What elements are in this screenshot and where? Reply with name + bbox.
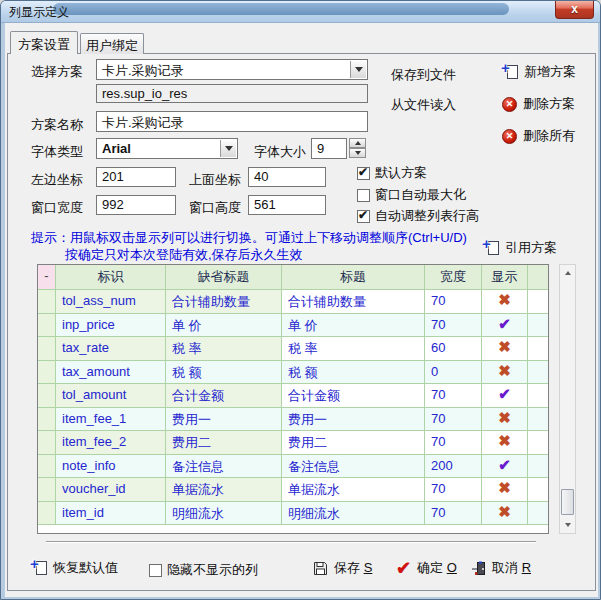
cell-identifier[interactable]: tax_rate bbox=[56, 337, 166, 361]
cell-width[interactable]: 70 bbox=[425, 478, 482, 502]
header-identifier[interactable]: 标识 bbox=[56, 265, 166, 290]
cell-visible-toggle[interactable]: ✖ bbox=[482, 290, 528, 314]
restore-defaults-button[interactable]: + 恢复默认值 bbox=[31, 559, 118, 577]
cell-identifier[interactable]: tol_ass_num bbox=[56, 290, 166, 314]
cell-title[interactable]: 费用一 bbox=[282, 408, 425, 432]
cell-default-title[interactable]: 备注信息 bbox=[166, 455, 282, 479]
cell-identifier[interactable]: inp_price bbox=[56, 314, 166, 338]
window-width-input[interactable]: 992 bbox=[96, 195, 176, 215]
spinner-up-icon[interactable] bbox=[349, 138, 366, 148]
delete-all-button[interactable]: ✕ 删除所有 bbox=[502, 127, 575, 145]
cell-visible-toggle[interactable]: ✖ bbox=[482, 431, 528, 455]
cell-default-title[interactable]: 合计金额 bbox=[166, 384, 282, 408]
cell-visible-toggle[interactable]: ✖ bbox=[482, 408, 528, 432]
save-to-file-button[interactable]: 保存到文件 bbox=[391, 66, 456, 84]
cell-width[interactable]: 0 bbox=[425, 361, 482, 385]
ok-button[interactable]: ✔ 确定 O bbox=[396, 559, 457, 577]
reference-scheme-button[interactable]: + 引用方案 bbox=[483, 239, 557, 257]
cell-width[interactable]: 70 bbox=[425, 314, 482, 338]
cell-default-title[interactable]: 合计辅助数量 bbox=[166, 290, 282, 314]
table-row[interactable]: tax_amount 税 额 税 额 0 ✖ bbox=[38, 361, 548, 385]
scroll-thumb[interactable] bbox=[561, 489, 574, 515]
chevron-down-icon[interactable] bbox=[220, 140, 236, 157]
scroll-up-icon[interactable] bbox=[560, 265, 575, 281]
cell-identifier[interactable]: voucher_id bbox=[56, 478, 166, 502]
auto-maximize-checkbox[interactable]: 窗口自动最大化 bbox=[357, 186, 466, 204]
table-row[interactable]: item_fee_2 费用二 费用二 70 ✖ bbox=[38, 431, 548, 455]
cell-identifier[interactable]: tol_amount bbox=[56, 384, 166, 408]
cell-title[interactable]: 费用二 bbox=[282, 431, 425, 455]
window-height-input[interactable]: 561 bbox=[248, 195, 326, 215]
close-button[interactable]: x bbox=[555, 1, 594, 19]
cell-title[interactable]: 单 价 bbox=[282, 314, 425, 338]
cell-width[interactable]: 70 bbox=[425, 384, 482, 408]
checkbox-box[interactable] bbox=[149, 564, 162, 577]
table-row[interactable]: item_id 明细流水 明细流水 70 ✖ bbox=[38, 502, 548, 526]
default-scheme-checkbox[interactable]: 默认方案 bbox=[357, 164, 427, 182]
cell-visible-toggle[interactable]: ✖ bbox=[482, 361, 528, 385]
cell-visible-toggle[interactable]: ✖ bbox=[482, 502, 528, 526]
spinner-down-icon[interactable] bbox=[349, 148, 366, 158]
cell-identifier[interactable]: item_fee_1 bbox=[56, 408, 166, 432]
cell-width[interactable]: 70 bbox=[425, 431, 482, 455]
hide-hidden-columns-checkbox[interactable]: 隐藏不显示的列 bbox=[149, 561, 258, 579]
table-row[interactable]: voucher_id 单据流水 单据流水 70 ✖ bbox=[38, 478, 548, 502]
checkbox-box[interactable] bbox=[357, 210, 370, 223]
font-size-input[interactable]: 9 bbox=[311, 138, 347, 159]
cell-identifier[interactable]: note_info bbox=[56, 455, 166, 479]
cell-default-title[interactable]: 税 额 bbox=[166, 361, 282, 385]
cell-default-title[interactable]: 单 价 bbox=[166, 314, 282, 338]
cell-title[interactable]: 税 额 bbox=[282, 361, 425, 385]
cell-width[interactable]: 70 bbox=[425, 408, 482, 432]
read-from-file-button[interactable]: 从文件读入 bbox=[391, 96, 456, 114]
font-size-stepper[interactable] bbox=[349, 138, 366, 159]
save-button[interactable]: 保存 S bbox=[313, 559, 372, 577]
cell-default-title[interactable]: 税 率 bbox=[166, 337, 282, 361]
cell-identifier[interactable]: item_fee_2 bbox=[56, 431, 166, 455]
cell-title[interactable]: 单据流水 bbox=[282, 478, 425, 502]
header-width[interactable]: 宽度 bbox=[425, 265, 482, 290]
cell-width[interactable]: 60 bbox=[425, 337, 482, 361]
checkbox-box[interactable] bbox=[357, 189, 370, 202]
table-row[interactable]: tax_rate 税 率 税 率 60 ✖ bbox=[38, 337, 548, 361]
table-row[interactable]: item_fee_1 费用一 费用一 70 ✖ bbox=[38, 408, 548, 432]
header-default-title[interactable]: 缺省标题 bbox=[166, 265, 282, 290]
header-title[interactable]: 标题 bbox=[282, 265, 425, 290]
cell-default-title[interactable]: 费用二 bbox=[166, 431, 282, 455]
tab-scheme-settings[interactable]: 方案设置 bbox=[10, 31, 78, 54]
cell-title[interactable]: 税 率 bbox=[282, 337, 425, 361]
table-row[interactable]: note_info 备注信息 备注信息 200 ✔ bbox=[38, 455, 548, 479]
cell-visible-toggle[interactable]: ✔ bbox=[482, 455, 528, 479]
scheme-name-input[interactable]: 卡片.采购记录 bbox=[96, 111, 368, 132]
left-coord-input[interactable]: 201 bbox=[96, 167, 176, 187]
title-bar[interactable]: 列显示定义 bbox=[1, 1, 601, 23]
header-visible[interactable]: 显示 bbox=[482, 265, 528, 290]
new-scheme-button[interactable]: + 新增方案 bbox=[502, 63, 576, 81]
cancel-button[interactable]: 取消 R bbox=[471, 559, 531, 577]
cell-default-title[interactable]: 费用一 bbox=[166, 408, 282, 432]
tab-user-binding[interactable]: 用户绑定 bbox=[80, 33, 144, 54]
cell-visible-toggle[interactable]: ✖ bbox=[482, 478, 528, 502]
cell-visible-toggle[interactable]: ✔ bbox=[482, 384, 528, 408]
table-row[interactable]: tol_amount 合计金额 合计金额 70 ✔ bbox=[38, 384, 548, 408]
top-coord-input[interactable]: 40 bbox=[248, 167, 326, 187]
cell-visible-toggle[interactable]: ✖ bbox=[482, 337, 528, 361]
auto-row-height-checkbox[interactable]: 自动调整列表行高 bbox=[357, 207, 479, 225]
chevron-down-icon[interactable] bbox=[350, 61, 366, 78]
cell-identifier[interactable]: tax_amount bbox=[56, 361, 166, 385]
cell-visible-toggle[interactable]: ✔ bbox=[482, 314, 528, 338]
cell-width[interactable]: 70 bbox=[425, 502, 482, 526]
cell-default-title[interactable]: 单据流水 bbox=[166, 478, 282, 502]
cell-title[interactable]: 备注信息 bbox=[282, 455, 425, 479]
cell-identifier[interactable]: item_id bbox=[56, 502, 166, 526]
delete-scheme-button[interactable]: ✕ 删除方案 bbox=[502, 95, 575, 113]
select-scheme-combobox[interactable]: 卡片.采购记录 bbox=[96, 59, 368, 80]
cell-default-title[interactable]: 明细流水 bbox=[166, 502, 282, 526]
table-scrollbar[interactable] bbox=[559, 264, 576, 534]
scroll-down-icon[interactable] bbox=[560, 517, 575, 533]
cell-title[interactable]: 明细流水 bbox=[282, 502, 425, 526]
cell-title[interactable]: 合计辅助数量 bbox=[282, 290, 425, 314]
checkbox-box[interactable] bbox=[357, 167, 370, 180]
font-type-combobox[interactable]: Arial bbox=[96, 138, 238, 159]
cell-width[interactable]: 200 bbox=[425, 455, 482, 479]
